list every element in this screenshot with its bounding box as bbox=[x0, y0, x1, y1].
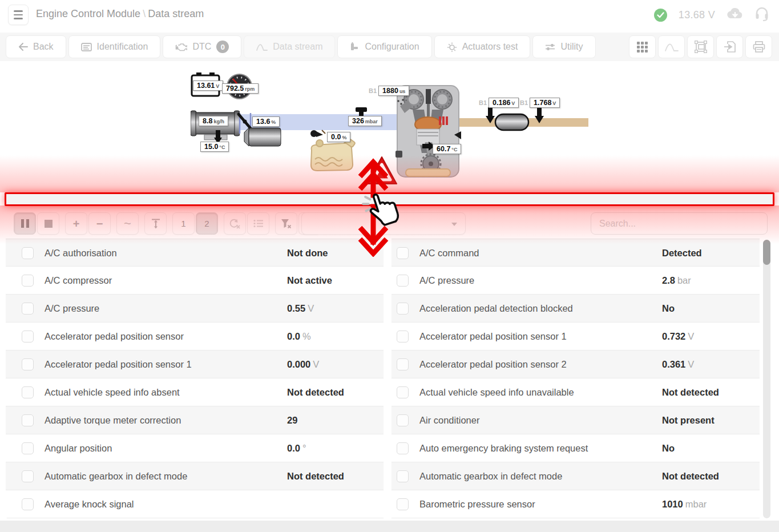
row-checkbox[interactable] bbox=[397, 275, 409, 287]
resize-divider-handle[interactable] bbox=[5, 192, 774, 206]
export-icon bbox=[724, 41, 736, 53]
value-text: Not done bbox=[287, 248, 328, 258]
parameter-value: 0.732V bbox=[662, 323, 694, 350]
table-row: Automatic gearbox in defect modeNot dete… bbox=[391, 462, 760, 490]
zoom-in-button[interactable]: + bbox=[65, 212, 87, 235]
tab-identification[interactable]: Identification bbox=[68, 35, 161, 58]
fit-height-button[interactable] bbox=[144, 212, 167, 235]
parameter-name: Automatic gearbox in defect mode bbox=[45, 462, 187, 490]
parameter-name: Accelerator pedal position sensor 1 bbox=[419, 323, 567, 350]
row-checkbox[interactable] bbox=[22, 303, 34, 315]
stop-button[interactable] bbox=[37, 212, 59, 235]
graph-view-button[interactable] bbox=[658, 35, 685, 58]
tab-actuators-test[interactable]: Actuators test bbox=[434, 35, 531, 58]
parameter-value: 0.000V bbox=[287, 350, 319, 378]
plus-icon: + bbox=[73, 218, 80, 229]
tab-label: Actuators test bbox=[462, 42, 518, 52]
group-select-dropdown[interactable] bbox=[301, 212, 466, 235]
scrollbar-thumb[interactable] bbox=[763, 240, 770, 265]
table-row: A/C pressure0.55V bbox=[6, 295, 384, 323]
wave-icon: ~ bbox=[124, 217, 131, 230]
grid-view-button[interactable] bbox=[629, 35, 656, 58]
back-label: Back bbox=[33, 42, 54, 52]
value-unit: V bbox=[308, 303, 314, 313]
graph-mode-button[interactable]: ~ bbox=[116, 212, 139, 235]
header-bar: Engine Control Module\Data stream 13.68 … bbox=[0, 0, 779, 33]
parameter-value: Not detected bbox=[662, 462, 721, 490]
nav-tabs: Back Identification DTC 0 Data stream Co… bbox=[6, 35, 596, 58]
row-checkbox[interactable] bbox=[397, 303, 409, 315]
back-button[interactable]: Back bbox=[6, 35, 66, 58]
fit-vertical-icon bbox=[151, 219, 160, 229]
row-checkbox[interactable] bbox=[22, 275, 34, 287]
parameter-name: A/C authorisation bbox=[45, 239, 117, 267]
two-column-label: 2 bbox=[204, 219, 209, 228]
app-window: Engine Control Module\Data stream 13.68 … bbox=[0, 0, 779, 532]
tab-configuration[interactable]: Configuration bbox=[337, 35, 431, 58]
tab-label: Data stream bbox=[273, 42, 322, 52]
tab-label: Identification bbox=[97, 42, 148, 52]
pause-button[interactable] bbox=[14, 212, 36, 235]
tab-data-stream[interactable]: Data stream bbox=[244, 35, 335, 58]
search-input[interactable] bbox=[591, 212, 768, 235]
row-checkbox[interactable] bbox=[22, 358, 34, 370]
row-checkbox[interactable] bbox=[22, 470, 34, 482]
row-checkbox[interactable] bbox=[22, 331, 34, 342]
parameter-value: Not present bbox=[662, 406, 717, 434]
row-checkbox[interactable] bbox=[397, 386, 409, 398]
table-row: Average knock signal bbox=[6, 490, 384, 518]
row-checkbox[interactable] bbox=[22, 442, 34, 454]
row-checkbox[interactable] bbox=[22, 247, 34, 259]
tab-utility[interactable]: Utility bbox=[532, 35, 595, 58]
parameter-name: Actual vehicle speed info unavailable bbox=[419, 378, 574, 406]
parameter-value: Not active bbox=[287, 267, 334, 294]
one-column-button[interactable]: 1 bbox=[172, 212, 195, 235]
value-text: Not detected bbox=[662, 387, 719, 397]
row-checkbox[interactable] bbox=[397, 358, 409, 370]
two-column-button[interactable]: 2 bbox=[196, 212, 218, 235]
row-checkbox[interactable] bbox=[397, 442, 409, 454]
zoom-out-button[interactable]: − bbox=[88, 212, 111, 235]
parameter-value: 2.8bar bbox=[662, 267, 691, 294]
parameter-name: A/C pressure bbox=[45, 295, 99, 322]
tab-dtc[interactable]: DTC 0 bbox=[163, 35, 241, 58]
export-report-button[interactable] bbox=[716, 35, 743, 58]
row-checkbox[interactable] bbox=[397, 331, 409, 342]
clear-filter-button[interactable] bbox=[275, 212, 297, 235]
configuration-icon bbox=[350, 42, 360, 51]
row-checkbox[interactable] bbox=[397, 414, 409, 426]
value-text: Not present bbox=[662, 415, 715, 425]
row-checkbox[interactable] bbox=[22, 414, 34, 426]
footer-strip bbox=[0, 521, 779, 532]
table-scrollbar[interactable] bbox=[763, 240, 770, 518]
row-checkbox[interactable] bbox=[22, 498, 34, 510]
value-text: 0.361 bbox=[662, 359, 685, 369]
minus-icon: − bbox=[96, 218, 103, 229]
hamburger-menu-button[interactable] bbox=[8, 5, 29, 25]
table-row: Adaptive torque meter correction29 bbox=[6, 406, 384, 434]
row-checkbox[interactable] bbox=[22, 386, 34, 398]
selected-list-button[interactable] bbox=[247, 212, 269, 235]
screenshot-area-button[interactable] bbox=[687, 35, 714, 58]
row-checkbox[interactable] bbox=[397, 247, 409, 259]
print-button[interactable] bbox=[745, 35, 772, 58]
parameter-value: 29 bbox=[287, 406, 300, 434]
battery-voltage-readout: 13.68 V bbox=[679, 9, 715, 21]
value-text: Not detected bbox=[662, 471, 719, 481]
table-row: Air conditionerNot present bbox=[391, 406, 760, 434]
reset-selection-button[interactable] bbox=[224, 212, 246, 235]
table-row: Accelerator pedal position sensor 10.732… bbox=[391, 323, 760, 350]
value-unit: V bbox=[688, 331, 694, 341]
table-row: Accelerator pedal position sensor 10.000… bbox=[6, 350, 384, 378]
headset-icon[interactable] bbox=[755, 6, 769, 23]
cloud-download-icon[interactable] bbox=[726, 7, 744, 22]
air-flow-label: 8.8kg/h bbox=[199, 116, 228, 126]
arrow-left-icon bbox=[18, 43, 28, 51]
datastream-toolbar: + − ~ 1 2 bbox=[0, 211, 779, 236]
list-icon bbox=[253, 219, 264, 228]
row-checkbox[interactable] bbox=[397, 498, 409, 510]
parameter-name: Auto emergency braking system request bbox=[419, 434, 588, 462]
connection-ok-icon bbox=[654, 9, 667, 22]
row-checkbox[interactable] bbox=[397, 470, 409, 482]
parameter-name: Accelerator pedal position sensor 2 bbox=[419, 350, 567, 378]
